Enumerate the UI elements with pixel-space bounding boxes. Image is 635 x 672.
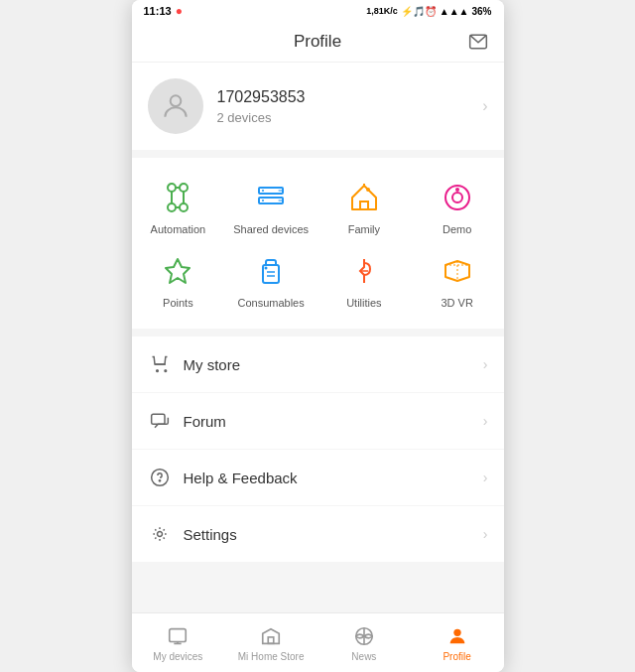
page-title: Profile [294, 32, 341, 52]
3dvr-icon [438, 251, 477, 291]
forum-label: Forum [184, 413, 483, 430]
automation-icon [158, 178, 197, 217]
consumables-icon [251, 251, 291, 291]
3dvr-item[interactable]: 3D VR [418, 251, 497, 309]
automation-item[interactable]: Automation [138, 178, 217, 235]
message-icon[interactable] [468, 32, 488, 52]
shared-devices-icon [251, 178, 291, 217]
help-chevron: › [483, 470, 488, 485]
settings-icon [148, 522, 172, 546]
nav-mi-home-store[interactable]: Mi Home Store [224, 613, 318, 672]
family-label: Family [348, 223, 380, 235]
shared-devices-item[interactable]: Shared devices [231, 178, 311, 235]
mi-home-store-label: Mi Home Store [238, 651, 305, 662]
utilities-label: Utilities [346, 297, 381, 309]
nav-profile[interactable]: Profile [411, 613, 504, 672]
bottom-nav: My devices Mi Home Store New [132, 612, 504, 672]
nav-news[interactable]: News [318, 613, 411, 672]
family-icon [344, 178, 384, 217]
user-id: 1702953853 [217, 88, 483, 106]
consumables-item[interactable]: Consumables [231, 251, 311, 309]
feature-grid: Automation Shared devices [132, 158, 504, 329]
svg-rect-32 [151, 414, 164, 424]
avatar [148, 78, 203, 134]
menu-item-store[interactable]: My store › [132, 336, 504, 393]
svg-point-18 [366, 188, 370, 192]
svg-point-34 [159, 480, 160, 481]
svg-point-21 [455, 188, 459, 192]
consumables-label: Consumables [237, 297, 304, 309]
store-chevron: › [483, 356, 488, 372]
svg-rect-36 [170, 628, 187, 641]
menu-item-settings[interactable]: Settings › [132, 506, 504, 562]
points-icon [158, 251, 197, 291]
status-bar: 11:13 ● 1,81K/c ⚡🎵⏰ ▲▲▲ 36% [132, 0, 504, 22]
demo-item[interactable]: Demo [418, 178, 497, 235]
3dvr-label: 3D VR [441, 297, 472, 309]
settings-chevron: › [483, 526, 488, 542]
menu-item-help[interactable]: Help & Feedback › [132, 450, 504, 506]
automation-label: Automation [151, 223, 206, 235]
help-icon [148, 466, 172, 489]
profile-chevron: › [482, 97, 487, 115]
mi-home-store-icon [259, 624, 283, 648]
svg-point-4 [168, 203, 176, 211]
svg-rect-39 [268, 636, 274, 642]
menu-item-forum[interactable]: Forum › [132, 393, 504, 450]
shared-devices-label: Shared devices [233, 223, 309, 235]
demo-label: Demo [443, 223, 471, 235]
forum-icon [148, 409, 172, 433]
status-time: 11:13 ● [144, 4, 183, 18]
menu-section: My store › Forum › [132, 336, 504, 562]
nav-my-devices[interactable]: My devices [132, 613, 225, 672]
svg-point-3 [180, 184, 188, 192]
page-header: Profile [132, 22, 504, 63]
settings-label: Settings [184, 526, 483, 543]
points-label: Points [163, 297, 193, 309]
news-label: News [351, 651, 376, 662]
store-icon [148, 352, 172, 376]
my-devices-label: My devices [153, 651, 202, 662]
svg-point-26 [265, 267, 268, 270]
svg-point-2 [168, 184, 176, 192]
grid-row-1: Automation Shared devices [132, 170, 504, 243]
svg-point-30 [156, 370, 158, 372]
family-item[interactable]: Family [324, 178, 404, 235]
my-devices-icon [166, 624, 190, 648]
profile-info: 1702953853 2 devices [217, 88, 483, 125]
content-area: 1702953853 2 devices › [132, 63, 504, 612]
svg-point-5 [180, 203, 188, 211]
svg-point-31 [165, 370, 167, 372]
demo-icon [438, 178, 477, 217]
utilities-item[interactable]: Utilities [324, 251, 404, 309]
grid-row-2: Points Consumables [132, 243, 504, 317]
device-count: 2 devices [217, 110, 483, 125]
svg-point-20 [452, 193, 462, 202]
help-label: Help & Feedback [184, 470, 483, 486]
points-item[interactable]: Points [138, 251, 217, 309]
news-icon [352, 624, 376, 648]
store-label: My store [184, 356, 483, 373]
svg-point-35 [157, 532, 162, 537]
svg-rect-16 [360, 202, 368, 209]
profile-section[interactable]: 1702953853 2 devices › [132, 63, 504, 150]
profile-label: Profile [443, 651, 470, 662]
profile-icon [445, 624, 469, 648]
utilities-icon [344, 251, 384, 291]
svg-marker-22 [166, 259, 190, 283]
phone-screen: 11:13 ● 1,81K/c ⚡🎵⏰ ▲▲▲ 36% Profile [132, 0, 504, 672]
forum-chevron: › [483, 413, 488, 429]
status-icons: 1,81K/c ⚡🎵⏰ ▲▲▲ 36% [366, 6, 491, 17]
svg-point-42 [453, 628, 460, 635]
svg-point-1 [170, 95, 181, 106]
